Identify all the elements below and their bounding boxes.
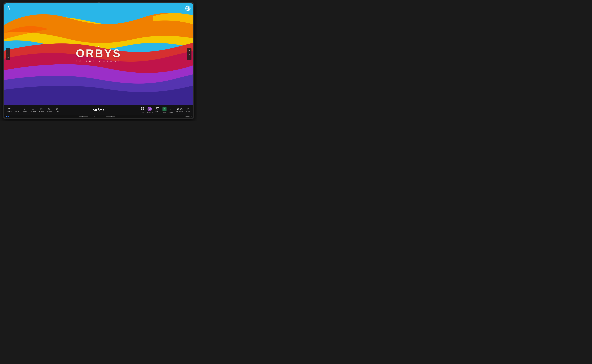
right-up-button[interactable]: ▲ xyxy=(188,49,191,52)
logo-letter: Ö xyxy=(7,7,10,11)
taskbar-right: Apps ORBYS AI xyxy=(99,106,191,114)
right-back-button[interactable]: ↩ xyxy=(188,56,191,59)
left-side-panel: ▲ ⌂ ↩ xyxy=(6,48,10,60)
excel-button[interactable]: X Excel xyxy=(162,107,167,113)
archivos-icon xyxy=(32,108,34,110)
invertir-right-icon xyxy=(187,107,190,111)
status-bar: ÖRBYS xyxy=(4,115,193,118)
internet-button[interactable]: Internet xyxy=(46,107,53,113)
taskbar: Invertir ⌂ Home ↩ Atrás Archivos xyxy=(4,105,193,115)
grid-icon xyxy=(141,107,144,110)
archivos-label: Archivos xyxy=(31,111,36,112)
invertir-button[interactable]: Invertir xyxy=(6,107,13,113)
apps-button[interactable]: Apps xyxy=(140,107,145,113)
brightness-slider[interactable] xyxy=(106,116,115,117)
cast-icon xyxy=(156,107,159,110)
taskbar-center-logo-area: ÖRBYS xyxy=(92,108,105,112)
svg-rect-14 xyxy=(143,109,144,110)
orbys-ai-label: ORBYS AI xyxy=(146,111,153,113)
clock-area[interactable]: 09:45 Jue 28 Ene xyxy=(175,108,184,112)
right-side-panel: ▲ ⌂ ↩ xyxy=(187,48,191,60)
app4-button[interactable]: ↗ App 4 xyxy=(168,107,174,113)
right-home-button[interactable]: ⌂ xyxy=(188,52,191,56)
app4-label: App 4 xyxy=(169,111,173,113)
excel-icon: X xyxy=(163,107,166,111)
left-home-button[interactable]: ⌂ xyxy=(7,52,10,56)
atras-label: Atrás xyxy=(23,111,26,112)
status-bar-logo: ÖRBYS xyxy=(94,116,100,117)
battery-indicator xyxy=(185,116,191,117)
excel-label: Excel xyxy=(163,111,166,113)
invertir-icon xyxy=(8,108,11,110)
orbys-ai-button[interactable]: ORBYS AI xyxy=(145,106,154,114)
wallpaper[interactable]: Ö ▲ ⌂ ↩ ▲ ⌂ ↩ xyxy=(4,3,193,105)
left-up-button[interactable]: ▲ xyxy=(7,49,10,52)
status-bar-center: ÖRBYS xyxy=(10,116,184,117)
internet-icon xyxy=(48,108,51,110)
archivos-button[interactable]: Archivos xyxy=(29,107,37,113)
taskbar-logo-dot xyxy=(98,108,99,109)
eshare-icon xyxy=(156,107,159,111)
atras-icon: ↩ xyxy=(24,108,26,110)
clipboard-icon xyxy=(40,108,43,110)
center-logo-tagline: BE THE CHANGE xyxy=(76,60,121,63)
svg-rect-11 xyxy=(141,107,142,109)
eshare-button[interactable]: EShare xyxy=(154,107,161,113)
pizarra-label: Pizarra xyxy=(39,111,44,112)
taskbar-logo-text: ÖRBYS xyxy=(92,109,105,112)
svg-rect-12 xyxy=(143,107,144,109)
logo-dot xyxy=(8,6,9,7)
ai-logo-icon xyxy=(148,108,151,110)
invertir-right-label: Invertir xyxy=(186,111,190,112)
app4-icon: ↗ xyxy=(169,107,173,111)
home-icon: ⌂ xyxy=(16,108,18,110)
battery-level xyxy=(186,116,190,117)
svg-point-16 xyxy=(149,109,150,109)
apps-label: Apps xyxy=(141,111,144,113)
swap-icon xyxy=(8,108,11,110)
center-logo-text: ORBYS xyxy=(76,48,121,59)
status-indicators xyxy=(6,116,9,117)
atras-button[interactable]: ↩ Atrás xyxy=(22,107,28,113)
globe-icon xyxy=(185,6,191,11)
screen: Ö ▲ ⌂ ↩ ▲ ⌂ ↩ xyxy=(4,3,193,118)
eshare-label: EShare xyxy=(155,111,160,113)
volume-slider[interactable] xyxy=(79,116,88,117)
internet-label: Internet xyxy=(47,111,52,112)
home-button[interactable]: ⌂ Home xyxy=(14,107,21,113)
svg-rect-19 xyxy=(157,108,159,109)
status-bar-right xyxy=(185,116,191,117)
pizarra-button[interactable]: Pizarra xyxy=(38,107,45,113)
invertir-label: Invertir xyxy=(7,111,12,112)
brightness-slider-thumb xyxy=(111,116,112,117)
monitor: Ö ▲ ⌂ ↩ ▲ ⌂ ↩ xyxy=(3,2,194,119)
globe-button[interactable] xyxy=(185,6,191,11)
clock-date: Jue 28 Ene xyxy=(176,110,183,112)
pizarra-icon xyxy=(40,108,43,110)
internet-globe-icon xyxy=(48,108,51,110)
invertir-right-button[interactable]: Invertir xyxy=(185,107,191,113)
taskbar-left: Invertir ⌂ Home ↩ Atrás Archivos xyxy=(6,107,99,113)
home-label: Home xyxy=(15,111,19,112)
mas-icon: ⊕ xyxy=(56,108,59,111)
folder-icon xyxy=(32,108,34,110)
clock-time: 09:45 xyxy=(177,108,182,111)
top-left-logo[interactable]: Ö xyxy=(7,6,10,11)
apps-icon xyxy=(141,107,144,111)
status-dot-1 xyxy=(6,116,7,117)
center-logo-overlay: ORBYS BE THE CHANGE xyxy=(76,46,121,63)
status-dot-2 xyxy=(7,116,9,117)
svg-rect-13 xyxy=(141,109,142,110)
orbys-ai-icon xyxy=(148,107,152,111)
swap-horiz-icon xyxy=(187,107,190,110)
center-logo-dot xyxy=(98,46,99,47)
camera xyxy=(98,2,100,3)
mas-button[interactable]: ⊕ Más xyxy=(54,107,61,113)
mas-label: Más xyxy=(56,111,59,112)
volume-slider-thumb xyxy=(82,116,83,117)
taskbar-orbys-logo: ÖRBYS xyxy=(92,108,105,112)
left-back-button[interactable]: ↩ xyxy=(7,56,10,59)
